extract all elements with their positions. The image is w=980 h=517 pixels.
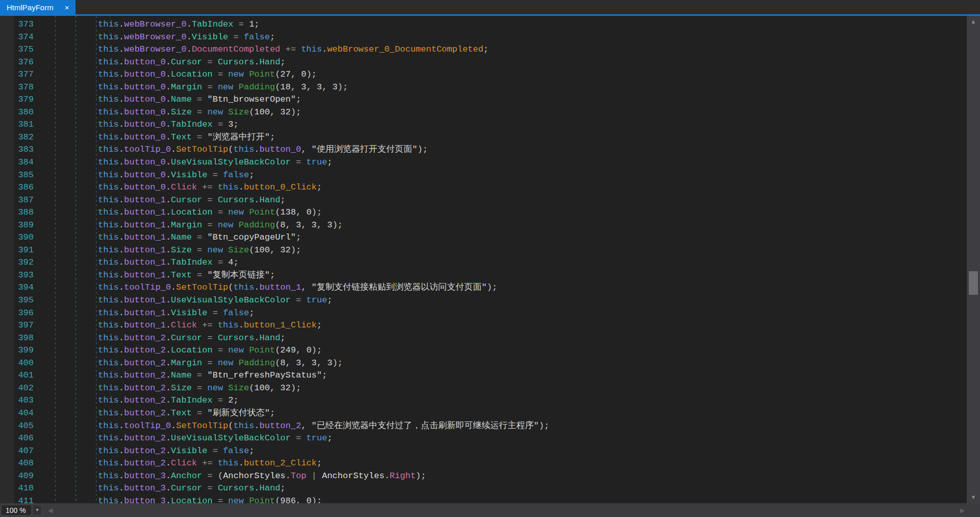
line-number: 409 [0, 470, 34, 483]
zoom-dropdown-button[interactable]: ▼ [33, 505, 42, 515]
vertical-scrollbar[interactable]: ▲ ▼ [967, 16, 980, 503]
line-number: 400 [0, 357, 34, 370]
line-number: 375 [0, 43, 34, 56]
code-line[interactable]: 397this.button_1.Click += this.button_1_… [0, 319, 967, 332]
line-number: 390 [0, 231, 34, 244]
code-line[interactable]: 399this.button_2.Location = new Point(24… [0, 344, 967, 357]
code-line[interactable]: 379this.button_0.Name = "Btn_browserOpen… [0, 93, 967, 106]
code-line[interactable]: 384this.button_0.UseVisualStyleBackColor… [0, 156, 967, 169]
close-icon[interactable]: × [65, 4, 69, 11]
code-line[interactable]: 404this.button_2.Text = "刷新支付状态"; [0, 407, 967, 420]
line-number: 408 [0, 457, 34, 470]
line-number: 385 [0, 169, 34, 182]
code-line[interactable]: 382this.button_0.Text = "浏览器中打开"; [0, 131, 967, 144]
code-line[interactable]: 381this.button_0.TabIndex = 3; [0, 119, 967, 131]
code-line[interactable]: 392this.button_1.TabIndex = 4; [0, 256, 967, 269]
line-number: 381 [0, 119, 34, 131]
code-line[interactable]: 410this.button_3.Cursor = Cursors.Hand; [0, 482, 967, 495]
code-line[interactable]: 376this.button_0.Cursor = Cursors.Hand; [0, 56, 967, 69]
code-line[interactable]: 401this.button_2.Name = "Btn_refreshPayS… [0, 369, 967, 382]
code-text: this.button_2.Location = new Point(249, … [98, 345, 322, 355]
code-text: this.button_2.Click += this.button_2_Cli… [98, 458, 322, 468]
code-line[interactable]: 403this.button_2.TabIndex = 2; [0, 394, 967, 407]
code-text: this.button_2.Visible = false; [98, 446, 254, 456]
line-number: 379 [0, 93, 34, 106]
code-line[interactable]: 402this.button_2.Size = new Size(100, 32… [0, 382, 967, 395]
code-line[interactable]: 408this.button_2.Click += this.button_2_… [0, 457, 967, 470]
line-number: 377 [0, 68, 34, 81]
line-number: 410 [0, 482, 34, 495]
tab-htmlpayform[interactable]: HtmlPayForm × [0, 0, 76, 14]
line-number: 376 [0, 56, 34, 69]
line-number: 393 [0, 269, 34, 282]
line-number: 378 [0, 81, 34, 94]
code-line[interactable]: 389this.button_1.Margin = new Padding(8,… [0, 219, 967, 232]
code-line[interactable]: 383this.toolTip_0.SetToolTip(this.button… [0, 144, 967, 156]
code-line[interactable]: 374this.webBrowser_0.Visible = false; [0, 31, 967, 44]
code-line[interactable]: 386this.button_0.Click += this.button_0_… [0, 181, 967, 194]
code-text: this.button_1.Visible = false; [98, 308, 254, 318]
line-number: 401 [0, 369, 34, 382]
scroll-up-icon[interactable]: ▲ [967, 19, 980, 25]
code-line[interactable]: 395this.button_1.UseVisualStyleBackColor… [0, 294, 967, 307]
code-text: this.button_1.TabIndex = 4; [98, 257, 238, 267]
code-line[interactable]: 398this.button_2.Cursor = Cursors.Hand; [0, 332, 967, 345]
code-text: this.button_0.Text = "浏览器中打开"; [98, 132, 275, 142]
code-text: this.button_1.Cursor = Cursors.Hand; [98, 195, 285, 205]
code-text: this.button_1.Location = new Point(138, … [98, 207, 322, 217]
code-text: this.button_0.UseVisualStyleBackColor = … [98, 157, 332, 167]
line-number: 403 [0, 394, 34, 407]
scroll-right-icon[interactable]: ▶ [960, 507, 965, 514]
code-line[interactable]: 411this.button_3.Location = new Point(98… [0, 495, 967, 503]
code-editor[interactable]: 373this.webBrowser_0.TabIndex = 1;374thi… [0, 16, 980, 503]
code-text: this.toolTip_0.SetToolTip(this.button_0,… [98, 145, 428, 154]
code-text: this.button_0.Size = new Size(100, 32); [98, 107, 301, 117]
line-number: 392 [0, 256, 34, 269]
code-line[interactable]: 396this.button_1.Visible = false; [0, 307, 967, 320]
code-line[interactable]: 394this.toolTip_0.SetToolTip(this.button… [0, 281, 967, 294]
code-line[interactable]: 378this.button_0.Margin = new Padding(18… [0, 81, 967, 94]
code-line[interactable]: 406this.button_2.UseVisualStyleBackColor… [0, 432, 967, 445]
code-text: this.button_0.Location = new Point(27, 0… [98, 69, 317, 79]
vertical-scrollbar-thumb[interactable] [969, 271, 978, 295]
code-line[interactable]: 409this.button_3.Anchor = (AnchorStyles.… [0, 470, 967, 483]
line-number: 388 [0, 206, 34, 219]
code-text: this.toolTip_0.SetToolTip(this.button_1,… [98, 283, 497, 292]
line-number: 405 [0, 420, 34, 433]
line-number: 395 [0, 294, 34, 307]
tab-label: HtmlPayForm [7, 3, 54, 12]
scroll-down-icon[interactable]: ▼ [967, 495, 980, 500]
line-number: 402 [0, 382, 34, 395]
scroll-left-icon[interactable]: ◀ [48, 507, 53, 514]
line-number: 384 [0, 156, 34, 169]
code-line[interactable]: 385this.button_0.Visible = false; [0, 169, 967, 182]
code-lines[interactable]: 373this.webBrowser_0.TabIndex = 1;374thi… [0, 18, 967, 503]
code-line[interactable]: 375this.webBrowser_0.DocumentCompleted +… [0, 43, 967, 56]
code-text: this.button_2.Cursor = Cursors.Hand; [98, 333, 285, 343]
code-line[interactable]: 407this.button_2.Visible = false; [0, 445, 967, 458]
code-line[interactable]: 373this.webBrowser_0.TabIndex = 1; [0, 18, 967, 31]
code-text: this.button_0.TabIndex = 3; [98, 120, 238, 129]
code-text: this.button_0.Click += this.button_0_Cli… [98, 182, 322, 192]
code-line[interactable]: 393this.button_1.Text = "复制本页链接"; [0, 269, 967, 282]
code-line[interactable]: 391this.button_1.Size = new Size(100, 32… [0, 244, 967, 257]
code-line[interactable]: 390this.button_1.Name = "Btn_copyPageUrl… [0, 231, 967, 244]
code-text: this.button_1.Click += this.button_1_Cli… [98, 320, 322, 330]
code-line[interactable]: 388this.button_1.Location = new Point(13… [0, 206, 967, 219]
line-number: 398 [0, 332, 34, 345]
code-text: this.webBrowser_0.Visible = false; [98, 32, 275, 42]
line-number: 386 [0, 181, 34, 194]
code-line[interactable]: 387this.button_1.Cursor = Cursors.Hand; [0, 194, 967, 207]
code-line[interactable]: 405this.toolTip_0.SetToolTip(this.button… [0, 420, 967, 433]
code-text: this.webBrowser_0.TabIndex = 1; [98, 19, 259, 29]
code-line[interactable]: 377this.button_0.Location = new Point(27… [0, 68, 967, 81]
code-line[interactable]: 400this.button_2.Margin = new Padding(8,… [0, 357, 967, 370]
code-text: this.button_1.UseVisualStyleBackColor = … [98, 295, 332, 305]
code-text: this.button_1.Size = new Size(100, 32); [98, 245, 301, 255]
code-text: this.button_2.Text = "刷新支付状态"; [98, 408, 275, 418]
line-number: 373 [0, 18, 34, 31]
code-text: this.button_0.Visible = false; [98, 170, 254, 180]
code-text: this.button_0.Cursor = Cursors.Hand; [98, 57, 285, 67]
code-line[interactable]: 380this.button_0.Size = new Size(100, 32… [0, 106, 967, 119]
zoom-level-control[interactable]: 100 % [1, 505, 32, 515]
